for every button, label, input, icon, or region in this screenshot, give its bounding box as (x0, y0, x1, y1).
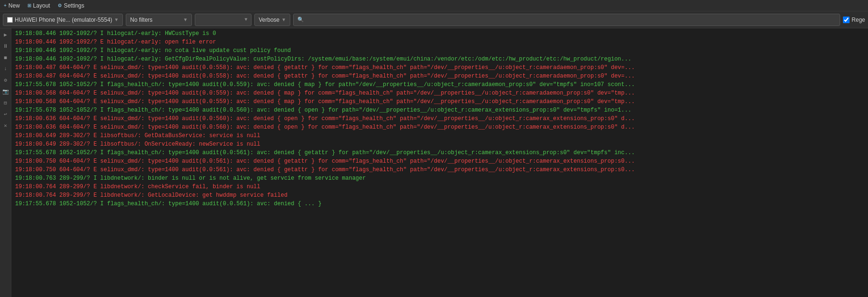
log-lines-area[interactable]: 19:18:08.446 1092-1092/? I hilogcat/-ear… (11, 28, 868, 297)
regex-option[interactable]: Rege (843, 17, 865, 23)
log-line: 19:18:00.649 289-302/? E libsoftbus/: On… (11, 140, 868, 148)
settings-icon: ⚙ (58, 3, 62, 8)
log-line: 19:18:00.750 604-604/? E selinux_dmd/: t… (11, 166, 868, 174)
sidebar-icon-scroll-down[interactable]: ↓ (1, 64, 10, 73)
device-name-label: HUAWEI Phone [Ne... (emulator-5554) (15, 17, 112, 23)
level-dropdown-arrow: ▼ (281, 17, 286, 22)
log-line: 19:18:00.649 289-302/? E libsoftbus/: Ge… (11, 131, 868, 140)
device-selector[interactable]: HUAWEI Phone [Ne... (emulator-5554) ▼ (3, 14, 123, 26)
menu-new-label: New (9, 2, 20, 9)
log-line: 19:18:00.636 604-604/? E selinux_dmd/: t… (11, 123, 868, 131)
filter-selector[interactable]: No filters ▼ (126, 14, 192, 26)
log-line: 19:18:00.568 604-604/? E selinux_dmd/: t… (11, 97, 868, 106)
regex-checkbox-input[interactable] (843, 17, 850, 23)
log-line: 19:17:55.678 1052-1052/? I flags_health_… (11, 80, 868, 89)
log-line: 19:18:00.446 1092-1092/? I hilogcat/-ear… (11, 55, 868, 63)
log-line: 19:18:00.764 289-299/? E libdnetwork/: G… (11, 191, 868, 200)
device-dropdown-arrow: ▼ (114, 17, 119, 22)
sidebar-icon-pause[interactable]: ⏸ (1, 42, 10, 50)
log-line: 19:18:00.568 604-604/? E selinux_dmd/: t… (11, 89, 868, 97)
menu-layout[interactable]: ⊞ Layout (27, 2, 50, 9)
layout-icon: ⊞ (27, 3, 31, 8)
log-line: 19:18:00.487 604-604/? E selinux_dmd/: t… (11, 72, 868, 80)
sidebar-icon-filter[interactable]: ⚙ (1, 76, 10, 84)
sidebar-icon-clear[interactable]: ⊟ (1, 98, 10, 107)
sidebar: ▶ ⏸ ◼ ↓ ⚙ 📷 ⊟ ↩ ✕ (0, 28, 11, 297)
menu-settings-label: Settings (64, 2, 84, 9)
toolbar: HUAWEI Phone [Ne... (emulator-5554) ▼ No… (0, 11, 868, 28)
log-line: 19:18:00.763 289-299/? I libdnetwork/: b… (11, 174, 868, 183)
filter-label: No filters (130, 17, 181, 23)
level-selector[interactable]: Verbose ▼ (254, 14, 290, 26)
sidebar-icon-stop[interactable]: ◼ (1, 53, 10, 61)
log-line: 19:18:00.446 1092-1092/? E hilogcat/-ear… (11, 38, 868, 46)
sidebar-icon-wrap[interactable]: ↩ (1, 110, 10, 118)
search-box[interactable]: 🔍 (293, 14, 840, 26)
log-line: 19:17:55.678 1052-1052/? I flags_health_… (11, 200, 868, 208)
log-line: 19:17:55.678 1052-1052/? I flags_health_… (11, 106, 868, 114)
search-input[interactable] (306, 17, 836, 23)
log-line: 19:18:00.487 604-604/? E selinux_dmd/: t… (11, 63, 868, 72)
top-menu-bar: + New ⊞ Layout ⚙ Settings (0, 0, 868, 11)
sidebar-icon-play[interactable]: ▶ (1, 30, 10, 39)
log-container: ▶ ⏸ ◼ ↓ ⚙ 📷 ⊟ ↩ ✕ 19:18:08.446 1092-1092… (0, 28, 868, 297)
sidebar-icon-camera[interactable]: 📷 (1, 87, 10, 96)
menu-settings[interactable]: ⚙ Settings (58, 2, 84, 9)
log-line: 19:18:00.764 289-299/? E libdnetwork/: c… (11, 183, 868, 191)
log-line: 19:18:00.446 1092-1092/? I hilogcat/-ear… (11, 46, 868, 55)
level-label: Verbose (259, 17, 279, 23)
log-line: 19:18:00.750 604-604/? E selinux_dmd/: t… (11, 157, 868, 166)
package-dropdown-arrow: ▼ (244, 17, 247, 22)
regex-label: Rege (851, 17, 865, 23)
search-icon: 🔍 (297, 17, 304, 23)
menu-new[interactable]: + New (4, 2, 20, 9)
log-line: 19:18:00.636 604-604/? E selinux_dmd/: t… (11, 114, 868, 123)
package-selector[interactable]: ▼ (195, 14, 252, 26)
filter-dropdown-arrow: ▼ (183, 17, 188, 22)
menu-layout-label: Layout (33, 2, 50, 9)
device-checkbox[interactable] (7, 17, 13, 23)
log-line: 19:18:08.446 1092-1092/? I hilogcat/-ear… (11, 29, 868, 38)
plus-icon: + (4, 3, 7, 8)
sidebar-icon-close[interactable]: ✕ (1, 121, 10, 130)
log-line: 19:17:55.678 1052-1052/? I flags_health_… (11, 148, 868, 157)
